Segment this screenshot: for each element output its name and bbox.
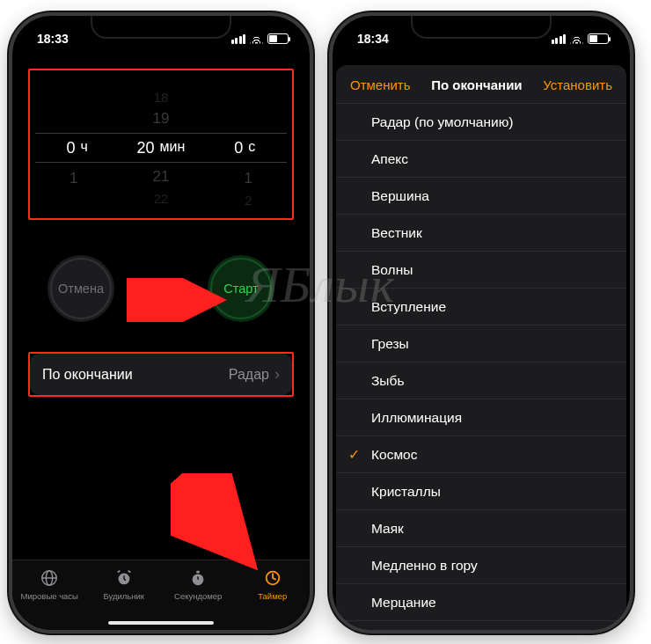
sound-option-label: Обрыв bbox=[371, 632, 414, 634]
when-timer-ends-value: Радар bbox=[229, 367, 269, 383]
home-indicator[interactable] bbox=[108, 621, 214, 625]
sound-option[interactable]: Апекс bbox=[336, 141, 626, 178]
picker-hours-col[interactable]: 1 bbox=[30, 77, 117, 218]
notch bbox=[91, 16, 231, 39]
sound-option-label: Апекс bbox=[371, 151, 408, 167]
annotation-endrow-highlight: По окончании Радар › bbox=[28, 352, 294, 397]
picker-minutes-col[interactable]: 18 19 21 22 bbox=[117, 77, 204, 218]
sound-option-label: Волны bbox=[371, 262, 413, 278]
svg-line-7 bbox=[179, 482, 250, 561]
sound-list[interactable]: Радар (по умолчанию)АпексВершинаВестникВ… bbox=[336, 104, 626, 633]
when-timer-ends-row[interactable]: По окончании Радар › bbox=[30, 354, 292, 395]
set-button[interactable]: Установить bbox=[543, 77, 612, 92]
sound-option-label: Мерцание bbox=[371, 595, 436, 611]
sound-option[interactable]: ✓Космос bbox=[336, 436, 626, 473]
globe-icon bbox=[38, 567, 61, 589]
sound-option[interactable]: Обрыв bbox=[336, 621, 626, 633]
chevron-right-icon: › bbox=[274, 365, 280, 384]
annotation-arrow-timer-tab bbox=[171, 473, 267, 579]
sound-option-label: Кристаллы bbox=[371, 484, 441, 500]
status-time: 18:33 bbox=[37, 32, 69, 46]
sound-option[interactable]: Мерцание bbox=[336, 584, 626, 621]
sound-option-label: Маяк bbox=[371, 521, 404, 537]
sound-option-label: Вершина bbox=[371, 188, 429, 204]
checkmark-icon: ✓ bbox=[348, 446, 360, 463]
sound-picker-header: Отменить По окончании Установить bbox=[336, 65, 626, 104]
battery-icon bbox=[267, 33, 289, 44]
cancel-button[interactable]: Отмена bbox=[48, 255, 114, 322]
sound-option[interactable]: Грезы bbox=[336, 326, 626, 362]
tab-world-clock[interactable]: Мировые часы bbox=[12, 567, 87, 601]
sound-option[interactable]: Волны bbox=[336, 252, 626, 289]
wifi-icon bbox=[570, 34, 583, 44]
phone-timer-screen: 18:33 1 bbox=[9, 12, 313, 633]
sound-option[interactable]: Кристаллы bbox=[336, 473, 626, 510]
sound-option[interactable]: Вершина bbox=[336, 178, 626, 215]
sound-option-label: Грезы bbox=[371, 336, 409, 352]
phone-sound-picker-screen: 18:34 Отменить По окончании Установить Р… bbox=[329, 12, 633, 633]
battery-icon bbox=[588, 33, 609, 44]
sound-option[interactable]: Иллюминация bbox=[336, 399, 626, 436]
annotation-arrow-start bbox=[127, 278, 232, 322]
sound-option-label: Вестник bbox=[371, 225, 422, 241]
time-picker[interactable]: 1 18 19 21 22 bbox=[30, 77, 292, 218]
wifi-icon bbox=[250, 34, 263, 44]
sound-option[interactable]: Радар (по умолчанию) bbox=[336, 104, 626, 141]
sound-option-label: Зыбь bbox=[371, 373, 404, 389]
cancel-button[interactable]: Отменить bbox=[350, 77, 411, 92]
sound-option[interactable]: Вестник bbox=[336, 215, 626, 252]
notch bbox=[411, 16, 552, 39]
sound-option[interactable]: Медленно в гору bbox=[336, 547, 626, 584]
cellular-icon bbox=[552, 34, 567, 44]
status-time: 18:34 bbox=[357, 32, 389, 46]
when-timer-ends-label: По окончании bbox=[42, 367, 133, 383]
sound-option[interactable]: Маяк bbox=[336, 510, 626, 547]
picker-seconds-col[interactable]: 1 2 bbox=[205, 77, 292, 218]
tab-alarm[interactable]: Будильник bbox=[87, 567, 162, 601]
sound-option[interactable]: Вступление bbox=[336, 289, 626, 326]
sound-option[interactable]: Зыбь bbox=[336, 362, 626, 399]
sound-option-label: Иллюминация bbox=[371, 410, 462, 426]
sound-option-label: Вступление bbox=[371, 299, 446, 315]
alarm-icon bbox=[113, 567, 135, 589]
sound-option-label: Космос bbox=[371, 447, 417, 463]
cellular-icon bbox=[231, 34, 246, 44]
annotation-picker-highlight: 1 18 19 21 22 bbox=[28, 69, 294, 220]
sound-option-label: Радар (по умолчанию) bbox=[371, 114, 513, 130]
sound-picker-title: По окончании bbox=[431, 77, 522, 92]
sound-option-label: Медленно в гору bbox=[371, 558, 478, 574]
